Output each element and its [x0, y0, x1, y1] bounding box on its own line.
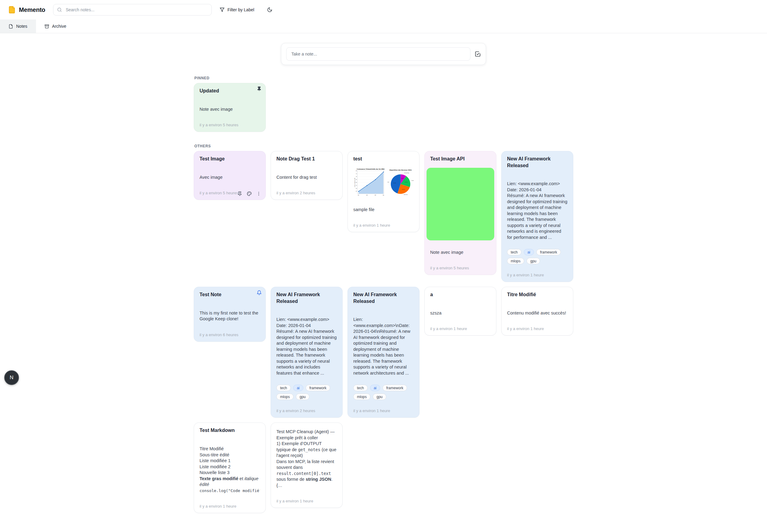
note-card-drag-test[interactable]: Note Drag Test 1 Content for drag test i…: [271, 151, 343, 200]
archive-icon: [45, 24, 49, 29]
note-title: New AI Framework Released: [276, 291, 337, 304]
note-card-ai-framework-2[interactable]: New AI Framework Released Lien: <www.exa…: [271, 287, 343, 418]
md-line: Texte gras modifié et italique édité: [200, 476, 260, 488]
svg-text:Q3: Q3: [375, 195, 376, 196]
svg-text:Répartition des Revenus 2024: Répartition des Revenus 2024: [390, 169, 412, 171]
app-brand: Memento: [8, 6, 45, 14]
note-card-titre-modifie[interactable]: Titre Modifié Contenu modifié avec succè…: [501, 287, 573, 336]
take-note-input[interactable]: [286, 47, 470, 61]
app-header: Memento Filter by Label: [0, 0, 767, 20]
more-vertical-icon[interactable]: [256, 191, 261, 196]
tag-mlops[interactable]: mlops: [507, 258, 524, 264]
square-check-icon: [475, 51, 481, 57]
composer-edit-button[interactable]: [475, 51, 481, 57]
note-timestamp: il y a environ 1 heure: [353, 408, 414, 413]
svg-text:80: 80: [356, 170, 357, 171]
note-card-test-image[interactable]: Test Image Avec image il y a environ 5 h…: [194, 151, 266, 200]
svg-text:65: 65: [356, 179, 357, 180]
note-card-ai-framework-1[interactable]: New AI Framework Released Lien: <www.exa…: [501, 151, 573, 282]
notes-board: PINNED Updated Note avec image il y a en…: [194, 76, 573, 513]
svg-text:Licences: Licences: [412, 180, 414, 181]
note-timestamp: il y a environ 1 heure: [430, 326, 491, 331]
note-logo-icon: [8, 6, 16, 14]
tag-ai[interactable]: ai: [293, 385, 303, 391]
svg-text:60: 60: [356, 182, 357, 183]
note-tags: tech ai framework mlops gpu: [353, 385, 414, 400]
note-title: Test Image: [200, 156, 260, 162]
note-tags: tech ai framework mlops gpu: [276, 385, 337, 400]
palette-icon[interactable]: [247, 191, 252, 196]
tag-framework[interactable]: framework: [536, 249, 561, 255]
memento-app: Memento Filter by Label Notes Archive: [0, 0, 767, 513]
user-avatar[interactable]: N: [4, 370, 19, 385]
search-input[interactable]: [53, 4, 212, 16]
note-timestamp: il y a environ 2 heures: [276, 408, 337, 413]
md-line: Titre Modifié: [200, 446, 260, 452]
note-content: Content for drag test: [276, 174, 337, 181]
note-card-a[interactable]: a szsza il y a environ 1 heure: [424, 287, 496, 336]
theme-toggle-button[interactable]: [267, 7, 272, 13]
tag-tech[interactable]: tech: [507, 249, 521, 255]
md-line: Liste modifiée 1: [200, 458, 260, 464]
note-card-test-note[interactable]: Test Note This is my first note to test …: [194, 287, 266, 342]
svg-text:25.0%: 25.0%: [402, 189, 405, 190]
svg-text:45: 45: [356, 191, 357, 192]
note-card-mcp-cleanup[interactable]: Test MCP Cleanup (Agent) — Exemple prêt …: [271, 422, 343, 508]
note-title: Test Markdown: [200, 427, 260, 434]
note-content: Lien: <www.example.com>\nDate: 2026-01-0…: [353, 317, 414, 376]
note-content: Contenu modifié avec succès!: [507, 310, 567, 316]
tag-ai[interactable]: ai: [370, 385, 380, 391]
note-timestamp: il y a environ 6 heures: [200, 333, 260, 337]
tab-archive[interactable]: Archive: [36, 20, 75, 33]
note-card-test-markdown[interactable]: Test Markdown Titre Modifié Sous-titre é…: [194, 422, 266, 513]
tag-gpu[interactable]: gpu: [296, 394, 309, 400]
tag-gpu[interactable]: gpu: [527, 258, 540, 264]
tag-mlops[interactable]: mlops: [276, 394, 293, 400]
svg-text:Services: Services: [404, 194, 408, 195]
note-timestamp: il y a environ 1 heure: [507, 273, 567, 277]
pie-chart-image: Répartition des Revenus 2024 45.0% 25.0%…: [387, 167, 414, 199]
tag-framework[interactable]: framework: [383, 385, 407, 391]
note-content: Test MCP Cleanup (Agent) — Exemple prêt …: [276, 429, 337, 488]
tag-tech[interactable]: tech: [353, 385, 368, 391]
svg-text:10.0%: 10.0%: [401, 178, 404, 179]
tag-mlops[interactable]: mlops: [353, 394, 370, 400]
svg-text:20.0%: 20.0%: [405, 182, 408, 183]
pin-icon[interactable]: [257, 86, 262, 93]
tag-ai[interactable]: ai: [524, 249, 534, 255]
note-card-updated[interactable]: Updated Note avec image il y a environ 5…: [194, 83, 266, 132]
pin-icon[interactable]: [237, 191, 242, 196]
note-content: sample file: [353, 207, 414, 213]
search-icon: [57, 7, 62, 12]
svg-text:55: 55: [356, 185, 357, 186]
note-composer: [281, 43, 486, 65]
others-grid: Test Image Avec image il y a environ 5 h…: [194, 151, 573, 513]
note-timestamp: il y a environ 1 heure: [507, 326, 567, 331]
app-title: Memento: [19, 6, 45, 13]
search-box: [53, 4, 212, 16]
filter-by-label-button[interactable]: Filter by Label: [220, 7, 254, 12]
svg-text:70: 70: [356, 176, 357, 177]
tag-tech[interactable]: tech: [276, 385, 291, 391]
note-card-test-image-api[interactable]: Test Image API Note avec image il y a en…: [424, 151, 496, 275]
note-content: Titre Modifié Sous-titre édité Liste mod…: [200, 446, 260, 494]
note-timestamp: il y a environ 1 heure: [200, 504, 260, 509]
note-content: Avec image: [200, 174, 260, 181]
note-title: Updated: [200, 88, 260, 94]
note-image-green: [427, 168, 494, 240]
tab-notes[interactable]: Notes: [0, 20, 36, 33]
pinned-grid: Updated Note avec image il y a environ 5…: [194, 83, 573, 132]
svg-text:45.0%: 45.0%: [393, 182, 396, 184]
line-chart-image: Croissance Trimestrielle du CA (M€): [353, 167, 386, 199]
note-card-test[interactable]: test Croissance Trimestrielle du CA (M€): [347, 151, 420, 232]
note-content: Lien: <www.example.com> Date: 2026-01-04…: [276, 317, 337, 376]
bell-icon[interactable]: [257, 290, 262, 297]
note-content: This is my first note to test the Google…: [200, 310, 260, 322]
md-line: Liste modifiée 2: [200, 464, 260, 470]
note-card-ai-framework-3[interactable]: New AI Framework Released Lien: <www.exa…: [347, 287, 420, 418]
tag-framework[interactable]: framework: [306, 385, 330, 391]
tab-bar: Notes Archive: [0, 20, 767, 33]
md-line: Sous-titre édité: [200, 452, 260, 458]
tag-gpu[interactable]: gpu: [373, 394, 386, 400]
svg-text:Q2: Q2: [366, 195, 368, 196]
